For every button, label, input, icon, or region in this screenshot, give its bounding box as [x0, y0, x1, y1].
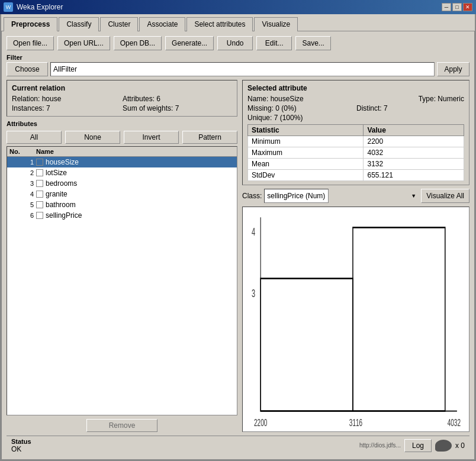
left-column: Current relation Relation: house Attribu…	[7, 80, 237, 432]
maximize-button[interactable]: □	[452, 3, 462, 11]
close-button[interactable]: ✕	[463, 3, 472, 11]
col-no: No.	[9, 148, 36, 155]
undo-button[interactable]: Undo	[217, 36, 253, 50]
attr-name-2: lotSize	[46, 169, 67, 177]
attr-distinct-info: Distinct: 7	[356, 104, 464, 112]
status-right: http://dios.jdfs... Log x 0	[359, 439, 465, 452]
attr-checkbox-4[interactable]	[36, 191, 43, 198]
attr-name-info: Name: houseSize	[247, 95, 355, 103]
choose-button[interactable]: Choose	[7, 62, 48, 76]
main-area: Current relation Relation: house Attribu…	[7, 80, 469, 432]
stats-col-value: Value	[364, 125, 464, 136]
log-button[interactable]: Log	[404, 439, 432, 452]
class-select-wrapper[interactable]: sellingPrice (Num)	[264, 189, 419, 203]
window-controls[interactable]: ─ □ ✕	[442, 3, 472, 11]
watermark-text: http://dios.jdfs...	[359, 442, 401, 449]
stats-table: Statistic Value Minimum 2200 Maximum	[247, 124, 464, 181]
attr-item-4[interactable]: 4 granite	[7, 189, 237, 199]
attr-checkbox-5[interactable]	[36, 201, 43, 208]
generate-button[interactable]: Generate...	[165, 36, 214, 50]
toolbar: Open file... Open URL... Open DB... Gene…	[7, 36, 469, 50]
title-bar: W Weka Explorer ─ □ ✕	[0, 0, 476, 14]
svg-text:2200: 2200	[254, 417, 267, 429]
filter-input[interactable]	[50, 62, 435, 76]
sum-of-weights: Sum of weights: 7	[123, 104, 232, 112]
attr-item-6[interactable]: 6 sellingPrice	[7, 210, 237, 221]
attr-num-1: 1	[9, 159, 36, 166]
current-relation-title: Current relation	[12, 84, 232, 92]
attr-name-cell-3: bedrooms	[36, 179, 234, 188]
attr-name-3: bedrooms	[46, 179, 77, 188]
attr-name-1: houseSize	[46, 158, 79, 166]
pattern-button[interactable]: Pattern	[182, 131, 237, 144]
attr-name-cell-2: lotSize	[36, 169, 234, 177]
status-bar: Status OK http://dios.jdfs... Log x 0	[7, 436, 469, 454]
right-column: Selected attribute Name: houseSize Type:…	[242, 80, 469, 432]
relation-grid: Relation: house Attributes: 6 Instances:…	[12, 95, 232, 112]
tab-preprocess[interactable]: Preprocess	[4, 17, 57, 31]
open-file-button[interactable]: Open file...	[7, 36, 54, 50]
selected-attribute-panel: Selected attribute Name: houseSize Type:…	[242, 80, 469, 185]
class-select[interactable]: sellingPrice (Num)	[264, 189, 329, 203]
tab-associate[interactable]: Associate	[139, 17, 185, 31]
svg-text:4032: 4032	[448, 417, 461, 429]
class-label: Class:	[242, 192, 262, 200]
none-button[interactable]: None	[65, 131, 120, 144]
open-db-button[interactable]: Open DB...	[114, 36, 162, 50]
histogram-svg: 4 3 2200 3116 4032	[243, 207, 469, 431]
attr-name-cell-1: houseSize	[36, 158, 234, 166]
selected-attr-title: Selected attribute	[247, 84, 464, 92]
save-button[interactable]: Save...	[295, 36, 331, 50]
tab-cluster[interactable]: Cluster	[100, 17, 138, 31]
open-url-button[interactable]: Open URL...	[57, 36, 110, 50]
apply-button[interactable]: Apply	[437, 62, 469, 76]
minimize-button[interactable]: ─	[442, 3, 451, 11]
window-title: Weka Explorer	[17, 3, 63, 11]
stats-value-mean: 3132	[364, 159, 464, 170]
visualize-all-button[interactable]: Visualize All	[421, 189, 469, 203]
attr-item-5[interactable]: 5 bathroom	[7, 199, 237, 210]
attr-num-2: 2	[9, 169, 36, 176]
attr-num-6: 6	[9, 212, 36, 219]
stats-stat-maximum: Maximum	[248, 147, 364, 159]
attr-checkbox-6[interactable]	[36, 212, 43, 219]
title-bar-left: W Weka Explorer	[4, 2, 63, 12]
attr-item-3[interactable]: 3 bedrooms	[7, 178, 237, 189]
attr-name-4: granite	[46, 190, 67, 198]
attr-num-3: 3	[9, 180, 36, 187]
attr-checkbox-2[interactable]	[36, 169, 43, 176]
weka-bird-icon	[435, 440, 452, 452]
filter-label: Filter	[7, 54, 469, 61]
all-button[interactable]: All	[7, 131, 62, 144]
edit-button[interactable]: Edit...	[256, 36, 292, 50]
tab-content: Open file... Open URL... Open DB... Gene…	[1, 31, 475, 460]
stats-value-stddev: 655.121	[364, 170, 464, 181]
attr-checkbox-1[interactable]	[36, 159, 43, 166]
tab-select-attributes[interactable]: Select attributes	[186, 17, 253, 31]
attr-item-1[interactable]: 1 houseSize	[7, 157, 237, 167]
stats-value-minimum: 2200	[364, 136, 464, 147]
attributes-label: Attributes	[7, 120, 237, 127]
stats-stat-minimum: Minimum	[248, 136, 364, 147]
attr-name-cell-5: bathroom	[36, 201, 234, 209]
x-count: x 0	[455, 441, 465, 450]
tab-classify[interactable]: Classify	[59, 17, 99, 31]
svg-text:4: 4	[252, 225, 255, 238]
attr-checkbox-3[interactable]	[36, 180, 43, 187]
status-label: Status	[11, 438, 31, 445]
svg-text:3116: 3116	[349, 417, 362, 429]
invert-button[interactable]: Invert	[124, 131, 179, 144]
remove-button[interactable]: Remove	[86, 419, 157, 432]
attr-type-info: Type: Numeric	[356, 95, 464, 103]
stats-row-stddev: StdDev 655.121	[248, 170, 464, 181]
attributes-list-container[interactable]: No. Name 1 houseSize 2	[7, 146, 237, 415]
stats-stat-stddev: StdDev	[248, 170, 364, 181]
tab-visualize[interactable]: Visualize	[254, 17, 298, 31]
stats-row-maximum: Maximum 4032	[248, 147, 464, 159]
instances-count: Instances: 7	[12, 104, 121, 112]
stats-col-statistic: Statistic	[248, 125, 364, 136]
attr-name-6: sellingPrice	[46, 211, 82, 220]
attr-item-2[interactable]: 2 lotSize	[7, 167, 237, 178]
attr-name-cell-6: sellingPrice	[36, 211, 234, 220]
col-name: Name	[36, 148, 234, 155]
